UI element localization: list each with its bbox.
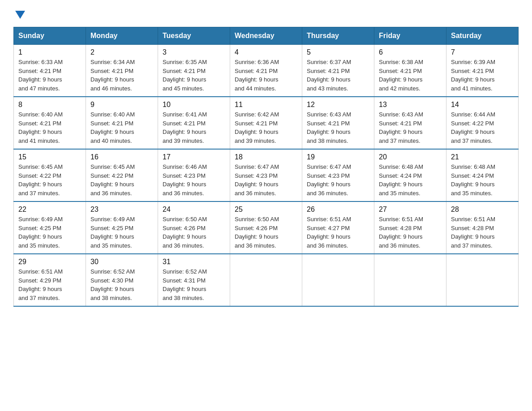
day-info: Sunrise: 6:50 AMSunset: 4:26 PMDaylight:… [235, 215, 297, 250]
day-number: 3 [163, 48, 225, 56]
day-info: Sunrise: 6:48 AMSunset: 4:24 PMDaylight:… [379, 163, 442, 197]
day-info: Sunrise: 6:43 AMSunset: 4:21 PMDaylight:… [307, 110, 369, 145]
logo-triangle-icon [15, 11, 25, 19]
day-number: 27 [379, 206, 442, 214]
day-number: 28 [451, 206, 514, 214]
day-cell: 2Sunrise: 6:34 AMSunset: 4:21 PMDaylight… [86, 45, 158, 97]
day-info: Sunrise: 6:52 AMSunset: 4:31 PMDaylight:… [163, 267, 225, 302]
calendar-table: SundayMondayTuesdayWednesdayThursdayFrid… [13, 27, 519, 307]
day-info: Sunrise: 6:50 AMSunset: 4:26 PMDaylight:… [163, 215, 225, 250]
day-cell: 20Sunrise: 6:48 AMSunset: 4:24 PMDayligh… [374, 149, 446, 201]
day-info: Sunrise: 6:49 AMSunset: 4:25 PMDaylight:… [18, 215, 81, 250]
day-cell: 21Sunrise: 6:48 AMSunset: 4:24 PMDayligh… [446, 149, 519, 201]
day-number: 7 [451, 48, 514, 56]
day-info: Sunrise: 6:47 AMSunset: 4:23 PMDaylight:… [307, 163, 369, 197]
day-number: 29 [18, 258, 81, 266]
day-header-wednesday: Wednesday [230, 27, 302, 45]
day-number: 2 [90, 48, 153, 56]
day-info: Sunrise: 6:36 AMSunset: 4:21 PMDaylight:… [235, 58, 297, 93]
day-info: Sunrise: 6:38 AMSunset: 4:21 PMDaylight:… [379, 58, 442, 93]
day-cell [446, 254, 519, 306]
day-number: 15 [18, 153, 81, 161]
day-info: Sunrise: 6:51 AMSunset: 4:28 PMDaylight:… [379, 215, 442, 250]
day-info: Sunrise: 6:42 AMSunset: 4:21 PMDaylight:… [235, 110, 297, 145]
day-number: 22 [18, 206, 81, 214]
day-number: 11 [235, 101, 297, 109]
day-number: 20 [379, 153, 442, 161]
week-row-1: 1Sunrise: 6:33 AMSunset: 4:21 PMDaylight… [14, 45, 519, 97]
day-number: 1 [18, 48, 81, 56]
day-cell: 4Sunrise: 6:36 AMSunset: 4:21 PMDaylight… [230, 45, 302, 97]
day-cell: 15Sunrise: 6:45 AMSunset: 4:22 PMDayligh… [14, 149, 86, 201]
day-number: 19 [307, 153, 369, 161]
page-header [13, 9, 519, 19]
day-cell: 17Sunrise: 6:46 AMSunset: 4:23 PMDayligh… [158, 149, 230, 201]
day-cell: 26Sunrise: 6:51 AMSunset: 4:27 PMDayligh… [302, 201, 374, 254]
day-info: Sunrise: 6:48 AMSunset: 4:24 PMDaylight:… [451, 163, 514, 197]
day-header-thursday: Thursday [302, 27, 374, 45]
day-cell: 31Sunrise: 6:52 AMSunset: 4:31 PMDayligh… [158, 254, 230, 306]
day-cell: 14Sunrise: 6:44 AMSunset: 4:22 PMDayligh… [446, 97, 519, 149]
week-row-2: 8Sunrise: 6:40 AMSunset: 4:21 PMDaylight… [14, 97, 519, 149]
day-header-sunday: Sunday [14, 27, 86, 45]
day-info: Sunrise: 6:44 AMSunset: 4:22 PMDaylight:… [451, 110, 514, 145]
day-header-monday: Monday [86, 27, 158, 45]
day-number: 9 [90, 101, 153, 109]
day-number: 10 [163, 101, 225, 109]
day-cell: 23Sunrise: 6:49 AMSunset: 4:25 PMDayligh… [86, 201, 158, 254]
day-header-friday: Friday [374, 27, 446, 45]
day-info: Sunrise: 6:35 AMSunset: 4:21 PMDaylight:… [163, 58, 225, 93]
day-cell: 18Sunrise: 6:47 AMSunset: 4:23 PMDayligh… [230, 149, 302, 201]
day-header-tuesday: Tuesday [158, 27, 230, 45]
day-cell [230, 254, 302, 306]
day-cell [302, 254, 374, 306]
calendar-body: 1Sunrise: 6:33 AMSunset: 4:21 PMDaylight… [14, 45, 519, 307]
day-cell: 12Sunrise: 6:43 AMSunset: 4:21 PMDayligh… [302, 97, 374, 149]
day-info: Sunrise: 6:37 AMSunset: 4:21 PMDaylight:… [307, 58, 369, 93]
day-cell: 10Sunrise: 6:41 AMSunset: 4:21 PMDayligh… [158, 97, 230, 149]
day-number: 8 [18, 101, 81, 109]
day-info: Sunrise: 6:39 AMSunset: 4:21 PMDaylight:… [451, 58, 514, 93]
day-info: Sunrise: 6:40 AMSunset: 4:21 PMDaylight:… [90, 110, 153, 145]
day-cell: 9Sunrise: 6:40 AMSunset: 4:21 PMDaylight… [86, 97, 158, 149]
day-cell: 13Sunrise: 6:43 AMSunset: 4:21 PMDayligh… [374, 97, 446, 149]
day-cell: 28Sunrise: 6:51 AMSunset: 4:28 PMDayligh… [446, 201, 519, 254]
day-number: 30 [90, 258, 153, 266]
day-number: 18 [235, 153, 297, 161]
day-number: 21 [451, 153, 514, 161]
day-header-row: SundayMondayTuesdayWednesdayThursdayFrid… [14, 27, 519, 45]
day-info: Sunrise: 6:41 AMSunset: 4:21 PMDaylight:… [163, 110, 225, 145]
day-cell: 11Sunrise: 6:42 AMSunset: 4:21 PMDayligh… [230, 97, 302, 149]
day-cell: 27Sunrise: 6:51 AMSunset: 4:28 PMDayligh… [374, 201, 446, 254]
logo [13, 9, 25, 19]
day-number: 16 [90, 153, 153, 161]
day-cell: 29Sunrise: 6:51 AMSunset: 4:29 PMDayligh… [14, 254, 86, 306]
day-cell: 24Sunrise: 6:50 AMSunset: 4:26 PMDayligh… [158, 201, 230, 254]
day-number: 25 [235, 206, 297, 214]
day-cell: 25Sunrise: 6:50 AMSunset: 4:26 PMDayligh… [230, 201, 302, 254]
day-number: 26 [307, 206, 369, 214]
day-info: Sunrise: 6:43 AMSunset: 4:21 PMDaylight:… [379, 110, 442, 145]
week-row-3: 15Sunrise: 6:45 AMSunset: 4:22 PMDayligh… [14, 149, 519, 201]
day-number: 6 [379, 48, 442, 56]
day-info: Sunrise: 6:45 AMSunset: 4:22 PMDaylight:… [18, 163, 81, 197]
calendar-header: SundayMondayTuesdayWednesdayThursdayFrid… [14, 27, 519, 45]
day-number: 14 [451, 101, 514, 109]
day-info: Sunrise: 6:51 AMSunset: 4:27 PMDaylight:… [307, 215, 369, 250]
day-number: 4 [235, 48, 297, 56]
day-number: 24 [163, 206, 225, 214]
day-info: Sunrise: 6:52 AMSunset: 4:30 PMDaylight:… [90, 267, 153, 302]
day-cell: 5Sunrise: 6:37 AMSunset: 4:21 PMDaylight… [302, 45, 374, 97]
day-info: Sunrise: 6:34 AMSunset: 4:21 PMDaylight:… [90, 58, 153, 93]
day-number: 23 [90, 206, 153, 214]
day-cell: 16Sunrise: 6:45 AMSunset: 4:22 PMDayligh… [86, 149, 158, 201]
day-cell: 3Sunrise: 6:35 AMSunset: 4:21 PMDaylight… [158, 45, 230, 97]
day-number: 31 [163, 258, 225, 266]
week-row-4: 22Sunrise: 6:49 AMSunset: 4:25 PMDayligh… [14, 201, 519, 254]
day-number: 13 [379, 101, 442, 109]
day-cell [374, 254, 446, 306]
day-cell: 30Sunrise: 6:52 AMSunset: 4:30 PMDayligh… [86, 254, 158, 306]
day-info: Sunrise: 6:47 AMSunset: 4:23 PMDaylight:… [235, 163, 297, 197]
day-info: Sunrise: 6:51 AMSunset: 4:28 PMDaylight:… [451, 215, 514, 250]
day-info: Sunrise: 6:46 AMSunset: 4:23 PMDaylight:… [163, 163, 225, 197]
